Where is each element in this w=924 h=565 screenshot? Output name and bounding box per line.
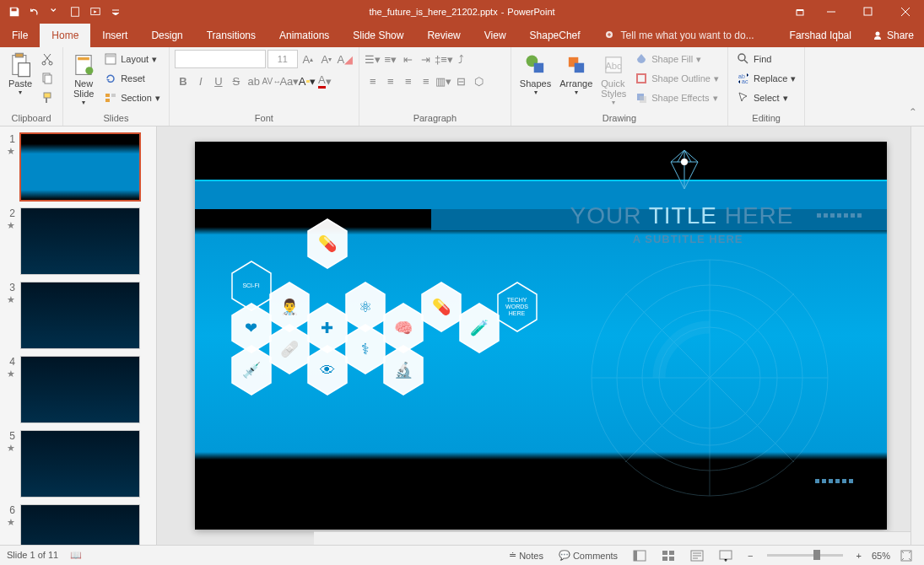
shape-outline-button[interactable]: Shape Outline ▾ xyxy=(631,69,722,88)
layout-button[interactable]: Layout ▾ xyxy=(100,50,164,68)
columns-button[interactable]: ▥▾ xyxy=(435,72,452,90)
comments-button[interactable]: 💬 Comments xyxy=(554,548,623,562)
tab-home[interactable]: Home xyxy=(40,24,90,47)
new-slide-button[interactable]: New Slide▾ xyxy=(68,50,99,108)
tab-animations[interactable]: Animations xyxy=(267,24,341,47)
align-text-button[interactable]: ⊟ xyxy=(453,72,470,90)
font-color-button[interactable]: A▾ xyxy=(316,72,333,90)
horizontal-scrollbar[interactable] xyxy=(314,531,910,545)
svg-rect-21 xyxy=(111,94,116,97)
qat-redo-button[interactable] xyxy=(46,3,64,21)
svg-rect-7 xyxy=(15,53,23,57)
spacing-button[interactable]: AV↔ xyxy=(263,72,280,90)
align-center-button[interactable]: ≡ xyxy=(382,72,399,90)
bold-button[interactable]: B xyxy=(175,72,192,90)
zoom-level[interactable]: 65% xyxy=(872,551,890,561)
slide-editor[interactable]: YOUR TITLE HERE A SUBTITLE HERE 💊SCI-FI👨… xyxy=(195,142,887,530)
indent-inc-button[interactable]: ⇥ xyxy=(418,50,435,68)
shape-fill-button[interactable]: Shape Fill ▾ xyxy=(631,50,722,68)
tab-insert[interactable]: Insert xyxy=(90,24,139,47)
circuit-decoration xyxy=(558,251,862,504)
find-button[interactable]: Find xyxy=(733,50,799,68)
qat-save-button[interactable] xyxy=(5,3,24,21)
reset-button[interactable]: Reset xyxy=(100,69,164,88)
slide-counter[interactable]: Slide 1 of 11 xyxy=(7,550,58,561)
maximize-button[interactable] xyxy=(850,0,887,24)
font-size-combo[interactable]: 11 xyxy=(267,50,298,68)
case-button[interactable]: Aa▾ xyxy=(281,72,298,90)
close-button[interactable] xyxy=(887,0,924,24)
indent-dec-button[interactable]: ⇤ xyxy=(400,50,417,68)
minimize-button[interactable] xyxy=(813,0,850,24)
align-left-button[interactable]: ≡ xyxy=(365,72,381,90)
slide-thumbnail-3[interactable] xyxy=(20,282,140,349)
qat-undo-button[interactable] xyxy=(25,3,44,21)
user-name[interactable]: Farshad Iqbal xyxy=(780,30,862,41)
hex-icon: 💊 xyxy=(305,218,350,270)
numbering-button[interactable]: ≡▾ xyxy=(382,50,399,68)
normal-view-button[interactable] xyxy=(628,548,651,563)
grow-font-button[interactable]: A▴ xyxy=(300,50,316,68)
zoom-out-button[interactable]: − xyxy=(743,549,758,562)
tab-review[interactable]: Review xyxy=(415,24,472,47)
slide-thumbnail-2[interactable] xyxy=(20,207,140,275)
tell-me-search[interactable]: Tell me what you want to do... xyxy=(592,30,780,41)
italic-button[interactable]: I xyxy=(192,72,209,90)
copy-button[interactable] xyxy=(37,69,57,88)
qat-start-button[interactable] xyxy=(86,3,105,21)
slide-subtitle-text[interactable]: A SUBTITLE HERE xyxy=(633,233,743,245)
collapse-ribbon-button[interactable]: ˆ xyxy=(905,107,921,122)
underline-button[interactable]: U xyxy=(210,72,227,90)
section-button[interactable]: Section ▾ xyxy=(100,89,164,107)
slide-thumbnail-5[interactable] xyxy=(20,430,140,498)
slideshow-view-button[interactable] xyxy=(714,548,738,563)
qat-customize-button[interactable] xyxy=(106,3,125,21)
smartart-button[interactable]: ⬡ xyxy=(471,72,488,90)
text-direction-button[interactable]: ⤴ xyxy=(453,50,470,68)
slide-thumbnail-panel[interactable]: 1★2★3★4★5★6★ xyxy=(0,126,157,545)
tab-file[interactable]: File xyxy=(0,24,40,47)
bullets-button[interactable]: ☰▾ xyxy=(365,50,381,68)
font-name-combo[interactable] xyxy=(175,50,266,68)
qat-touch-button[interactable] xyxy=(66,3,84,21)
line-spacing-button[interactable]: ‡≡▾ xyxy=(435,50,452,68)
tab-shapechef[interactable]: ShapeChef xyxy=(518,24,592,47)
slide-title-text[interactable]: YOUR TITLE HERE xyxy=(570,202,794,229)
shadow-button[interactable]: ab xyxy=(246,72,262,90)
justify-button[interactable]: ≡ xyxy=(418,72,435,90)
strike-button[interactable]: S xyxy=(228,72,245,90)
shrink-font-button[interactable]: A▾ xyxy=(318,50,335,68)
ribbon-display-button[interactable] xyxy=(787,0,813,24)
tab-view[interactable]: View xyxy=(473,24,518,47)
format-painter-button[interactable] xyxy=(37,89,57,107)
paste-button[interactable]: Paste▾ xyxy=(5,50,35,98)
slide-canvas-area[interactable]: YOUR TITLE HERE A SUBTITLE HERE 💊SCI-FI👨… xyxy=(157,126,924,545)
sorter-view-button[interactable] xyxy=(657,548,680,563)
notes-button[interactable]: ≐ Notes xyxy=(504,548,548,562)
zoom-slider[interactable] xyxy=(767,554,843,557)
tab-design[interactable]: Design xyxy=(139,24,194,47)
share-button[interactable]: Share xyxy=(862,30,924,41)
arrange-button[interactable]: Arrange▾ xyxy=(556,50,596,98)
select-button[interactable]: Select ▾ xyxy=(733,89,799,107)
replace-button[interactable]: abacReplace ▾ xyxy=(733,69,799,88)
shape-effects-button[interactable]: Shape Effects ▾ xyxy=(631,89,722,107)
slide-thumbnail-4[interactable] xyxy=(20,356,140,423)
slide-thumbnail-6[interactable] xyxy=(20,504,140,545)
spell-check-icon[interactable]: 📖 xyxy=(70,550,82,561)
vertical-scrollbar[interactable] xyxy=(910,126,924,545)
fit-to-window-button[interactable] xyxy=(895,548,917,563)
cut-button[interactable] xyxy=(37,50,57,68)
quick-styles-button[interactable]: Abc Quick Styles▾ xyxy=(597,50,630,108)
svg-rect-18 xyxy=(106,55,115,57)
shapes-button[interactable]: Shapes▾ xyxy=(516,50,554,98)
highlight-button[interactable]: A▾ xyxy=(299,72,316,90)
reading-view-button[interactable] xyxy=(685,548,709,563)
slide-thumbnail-1[interactable] xyxy=(20,133,140,201)
title-bar: the_future_is_here_21202.pptx - PowerPoi… xyxy=(0,0,924,24)
zoom-in-button[interactable]: + xyxy=(851,549,867,562)
tab-slideshow[interactable]: Slide Show xyxy=(341,24,415,47)
align-right-button[interactable]: ≡ xyxy=(400,72,417,90)
tab-transitions[interactable]: Transitions xyxy=(195,24,267,47)
clear-format-button[interactable]: A◢ xyxy=(337,50,354,68)
